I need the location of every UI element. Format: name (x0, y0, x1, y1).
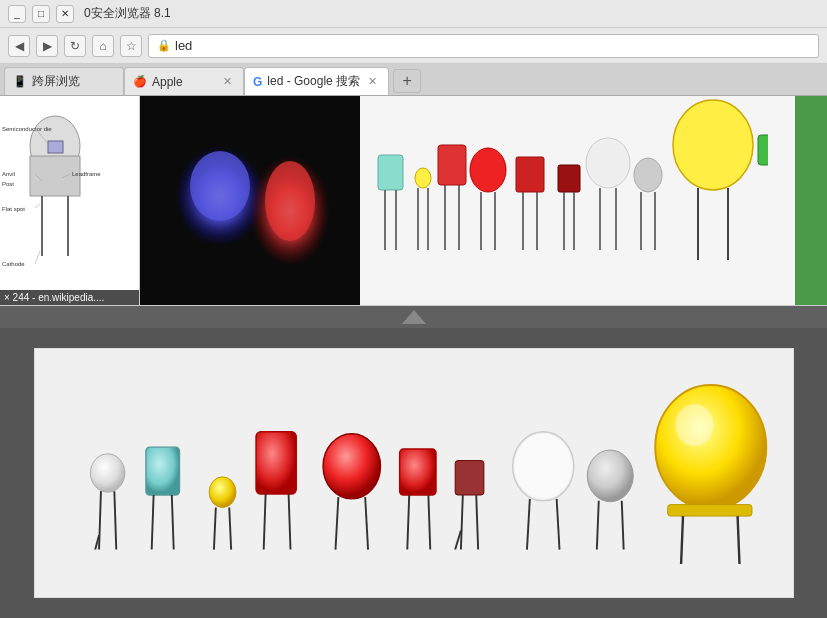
svg-rect-52 (145, 447, 179, 495)
content-area: Semiconductor die Anvil Post Leadframe F… (0, 96, 827, 618)
svg-point-55 (209, 477, 236, 508)
svg-line-76 (596, 501, 598, 550)
svg-line-14 (35, 204, 40, 208)
forward-button[interactable]: ▶ (36, 35, 58, 57)
refresh-button[interactable]: ↻ (64, 35, 86, 57)
tab-bar: 📱 跨屏浏览 🍎 Apple ✕ G led - Google 搜索 ✕ + (0, 64, 827, 96)
svg-rect-35 (558, 165, 580, 192)
svg-text:Flat spot: Flat spot (2, 206, 25, 212)
tab-apple[interactable]: 🍎 Apple ✕ (124, 67, 244, 95)
apple-favicon: 🍎 (133, 75, 147, 88)
svg-text:Semiconductor die: Semiconductor die (2, 126, 52, 132)
svg-point-44 (673, 100, 753, 190)
browser-title: 0安全浏览器 8.1 (84, 5, 171, 22)
svg-rect-32 (516, 157, 544, 192)
svg-line-56 (213, 507, 215, 549)
address-text: led (175, 38, 192, 53)
back-button[interactable]: ◀ (8, 35, 30, 57)
svg-point-72 (514, 434, 571, 499)
svg-line-50 (114, 491, 116, 549)
home-button[interactable]: ⌂ (92, 35, 114, 57)
svg-point-61 (323, 434, 380, 499)
svg-line-82 (737, 516, 739, 564)
svg-line-62 (335, 497, 338, 550)
green-edge-strip (795, 96, 827, 305)
address-bar-row: ◀ ▶ ↻ ⌂ ☆ 🔒 led (0, 28, 827, 64)
svg-text:Cathode: Cathode (2, 261, 25, 267)
svg-point-79 (675, 404, 713, 446)
led-google-tab-close[interactable]: ✕ (365, 74, 380, 89)
svg-point-17 (190, 151, 250, 221)
apple-tab-label: Apple (152, 75, 183, 89)
svg-line-73 (526, 499, 529, 550)
svg-point-23 (415, 168, 431, 188)
apple-tab-close[interactable]: ✕ (220, 74, 235, 89)
svg-line-15 (35, 251, 40, 264)
svg-rect-26 (438, 145, 466, 185)
svg-point-78 (655, 385, 766, 509)
tab-crossbrowser[interactable]: 📱 跨屏浏览 (4, 67, 124, 95)
svg-rect-20 (378, 155, 403, 190)
large-image-area (0, 328, 827, 618)
tab-led-google[interactable]: G led - Google 搜索 ✕ (244, 67, 389, 95)
wikipedia-thumb[interactable]: Semiconductor die Anvil Post Leadframe F… (0, 96, 140, 305)
svg-point-29 (470, 148, 506, 192)
svg-line-68 (460, 495, 462, 550)
svg-line-63 (365, 497, 368, 550)
svg-point-19 (265, 161, 315, 241)
address-bar[interactable]: 🔒 led (148, 34, 819, 58)
svg-rect-47 (758, 135, 768, 165)
new-tab-button[interactable]: + (393, 69, 421, 93)
svg-line-59 (263, 494, 265, 550)
svg-line-69 (476, 495, 478, 550)
svg-line-60 (288, 494, 290, 550)
thumbnails-strip: Semiconductor die Anvil Post Leadframe F… (0, 96, 827, 306)
svg-line-49 (99, 491, 101, 549)
minimize-button[interactable]: _ (8, 5, 26, 23)
svg-point-48 (90, 454, 124, 492)
svg-rect-64 (399, 449, 435, 495)
svg-line-66 (428, 495, 430, 550)
wiki-diagram-image: Semiconductor die Anvil Post Leadframe F… (0, 96, 139, 305)
led-google-tab-label: led - Google 搜索 (267, 73, 360, 90)
svg-line-81 (681, 516, 683, 564)
svg-line-54 (171, 495, 173, 550)
close-button[interactable]: ✕ (56, 5, 74, 23)
wiki-thumb-label: × 244 - en.wikipedia.... (0, 290, 139, 305)
svg-point-75 (587, 450, 633, 502)
light-led-thumb[interactable] (360, 96, 795, 305)
svg-text:Post: Post (2, 181, 14, 187)
svg-point-38 (586, 138, 630, 188)
svg-text:Leadframe: Leadframe (72, 171, 101, 177)
dark-led-thumb[interactable] (140, 96, 360, 305)
browser-titlebar: _ □ ✕ 0安全浏览器 8.1 (0, 0, 827, 28)
crossbrowser-favicon: 📱 (13, 75, 27, 88)
maximize-button[interactable]: □ (32, 5, 50, 23)
star-button[interactable]: ☆ (120, 35, 142, 57)
security-lock-icon: 🔒 (157, 39, 171, 52)
window-controls: _ □ ✕ (8, 5, 74, 23)
svg-line-65 (407, 495, 409, 550)
google-favicon: G (253, 75, 262, 89)
svg-text:Anvil: Anvil (2, 171, 15, 177)
svg-rect-67 (455, 461, 484, 495)
svg-line-70 (455, 530, 461, 549)
svg-rect-58 (256, 432, 296, 494)
caret-up-icon (402, 310, 426, 324)
crossbrowser-tab-label: 跨屏浏览 (32, 73, 80, 90)
svg-line-74 (556, 499, 559, 550)
large-led-image (34, 348, 794, 598)
svg-line-77 (621, 501, 623, 550)
svg-point-41 (634, 158, 662, 192)
svg-rect-2 (48, 141, 63, 153)
caret-bar (0, 306, 827, 328)
svg-rect-80 (667, 505, 751, 516)
svg-line-53 (151, 495, 153, 550)
svg-line-57 (229, 507, 231, 549)
